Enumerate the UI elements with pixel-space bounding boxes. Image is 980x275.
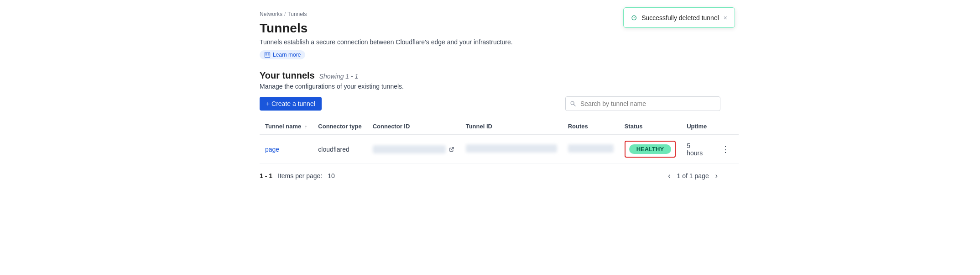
routes-blurred bbox=[568, 144, 614, 153]
table-row: page cloudflared bbox=[260, 135, 739, 164]
range-label: 1 - 1 bbox=[260, 172, 272, 180]
section-header: Your tunnels Showing 1 - 1 bbox=[260, 70, 720, 81]
showing-label: Showing 1 - 1 bbox=[319, 73, 359, 80]
search-wrapper bbox=[565, 96, 720, 111]
status-highlighted-border: HEALTHY bbox=[625, 141, 676, 158]
check-circle-icon: ⊙ bbox=[631, 13, 637, 22]
status-cell: HEALTHY bbox=[619, 135, 681, 164]
col-connector-type: Connector type bbox=[313, 118, 367, 135]
routes-cell bbox=[563, 135, 619, 164]
section-title: Your tunnels bbox=[260, 70, 315, 81]
external-link-icon[interactable] bbox=[448, 146, 455, 153]
col-actions bbox=[712, 118, 739, 135]
col-status: Status bbox=[619, 118, 681, 135]
search-input[interactable] bbox=[565, 96, 720, 111]
connector-id-cell bbox=[367, 135, 460, 164]
toast-close-button[interactable]: × bbox=[724, 14, 727, 21]
breadcrumb-networks[interactable]: Networks bbox=[260, 11, 282, 17]
book-icon bbox=[264, 52, 271, 58]
create-tunnel-button[interactable]: + Create a tunnel bbox=[260, 97, 322, 111]
more-actions-button[interactable]: ⋮ bbox=[718, 143, 733, 155]
status-badge: HEALTHY bbox=[629, 144, 671, 154]
tunnel-name-cell: page bbox=[260, 135, 313, 164]
footer-left: 1 - 1 Items per page: 10 bbox=[260, 172, 335, 180]
toolbar: + Create a tunnel bbox=[260, 96, 720, 111]
connector-id-blurred bbox=[373, 145, 446, 153]
section-description: Manage the configurations of your existi… bbox=[260, 83, 720, 90]
page-description: Tunnels establish a secure connection be… bbox=[260, 38, 720, 46]
col-routes: Routes bbox=[563, 118, 619, 135]
tunnel-id-cell bbox=[460, 135, 563, 164]
prev-page-button[interactable]: ‹ bbox=[665, 171, 673, 181]
search-icon bbox=[570, 100, 576, 107]
table-header-row: Tunnel name ↑ Connector type Connector I… bbox=[260, 118, 739, 135]
table-footer: 1 - 1 Items per page: 10 ‹ 1 of 1 page › bbox=[260, 171, 720, 181]
toast-message: Successfully deleted tunnel bbox=[641, 14, 719, 21]
items-per-page-label: Items per page: bbox=[278, 172, 322, 180]
learn-more-label: Learn more bbox=[273, 52, 301, 58]
col-tunnel-id: Tunnel ID bbox=[460, 118, 563, 135]
success-toast: ⊙ Successfully deleted tunnel × bbox=[623, 7, 735, 28]
breadcrumb-current: Tunnels bbox=[287, 11, 307, 17]
footer-right: ‹ 1 of 1 page › bbox=[665, 171, 720, 181]
items-per-page-value: 10 bbox=[328, 172, 335, 180]
col-tunnel-name[interactable]: Tunnel name ↑ bbox=[260, 118, 313, 135]
next-page-button[interactable]: › bbox=[713, 171, 720, 181]
sort-asc-icon: ↑ bbox=[305, 124, 308, 129]
learn-more-button[interactable]: Learn more bbox=[260, 50, 305, 59]
page-info: 1 of 1 page bbox=[677, 172, 709, 180]
uptime-cell: 5 hours bbox=[681, 135, 712, 164]
col-connector-id: Connector ID bbox=[367, 118, 460, 135]
col-uptime: Uptime bbox=[681, 118, 712, 135]
tunnels-table: Tunnel name ↑ Connector type Connector I… bbox=[260, 118, 739, 164]
connector-type-cell: cloudflared bbox=[313, 135, 367, 164]
tunnel-id-blurred bbox=[466, 144, 557, 153]
row-actions-cell: ⋮ bbox=[712, 135, 739, 164]
breadcrumb-separator: / bbox=[284, 11, 286, 17]
tunnel-name-link[interactable]: page bbox=[265, 146, 279, 153]
